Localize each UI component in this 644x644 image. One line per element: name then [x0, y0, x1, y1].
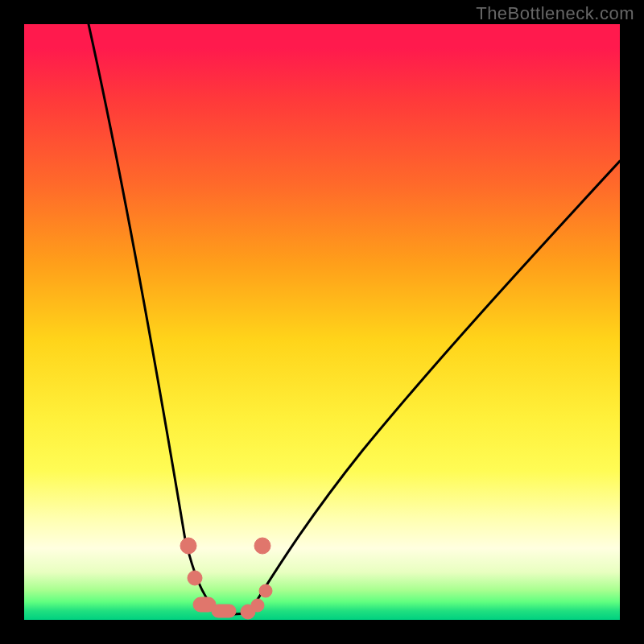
data-marker: [251, 599, 264, 612]
curve-layer: [24, 24, 620, 620]
data-marker: [212, 605, 236, 617]
plot-area: [24, 24, 620, 620]
data-marker: [188, 571, 202, 585]
data-marker: [259, 584, 272, 597]
curve-left: [89, 24, 217, 612]
data-marker: [254, 538, 270, 554]
watermark-text: TheBottleneck.com: [476, 3, 634, 24]
chart-frame: TheBottleneck.com: [0, 0, 644, 644]
data-marker: [180, 538, 196, 554]
curve-right: [250, 161, 620, 612]
